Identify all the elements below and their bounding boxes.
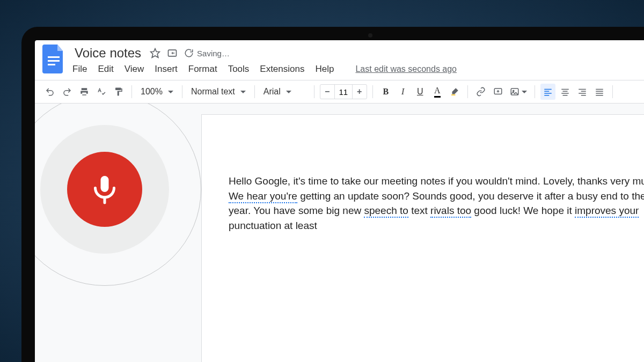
svg-rect-17	[561, 93, 569, 94]
svg-rect-18	[562, 95, 567, 96]
document-title[interactable]: Voice notes	[72, 45, 143, 62]
menu-insert[interactable]: Insert	[155, 64, 178, 75]
style-select[interactable]: Normal text	[188, 87, 249, 97]
redo-button[interactable]	[60, 84, 75, 100]
svg-rect-16	[562, 91, 567, 92]
font-size-decrease[interactable]: −	[320, 87, 334, 97]
editor-canvas: Hello Google, it's time to take our meet…	[35, 104, 644, 362]
font-size-stepper: − +	[320, 84, 367, 99]
menu-help[interactable]: Help	[315, 64, 334, 75]
align-right-button[interactable]	[575, 84, 590, 100]
svg-rect-25	[596, 93, 603, 94]
svg-rect-23	[596, 89, 603, 90]
menu-format[interactable]: Format	[188, 64, 217, 75]
svg-marker-3	[151, 49, 160, 58]
align-center-button[interactable]	[558, 84, 573, 100]
align-left-button[interactable]	[540, 84, 555, 100]
move-icon[interactable]	[167, 48, 178, 58]
menu-bar: File Edit View Insert Format Tools Exten…	[72, 64, 644, 75]
undo-button[interactable]	[42, 84, 57, 100]
document-body[interactable]: Hello Google, it's time to take our meet…	[229, 174, 644, 233]
last-edit-link[interactable]: Last edit was seconds ago	[355, 64, 457, 74]
font-size-increase[interactable]: +	[353, 87, 367, 97]
star-icon[interactable]	[150, 48, 160, 58]
menu-tools[interactable]: Tools	[228, 64, 250, 75]
menu-edit[interactable]: Edit	[98, 64, 113, 75]
save-status: Saving…	[184, 48, 230, 58]
toolbar: 100% Normal text Arial − + B I U A	[35, 80, 644, 104]
font-size-input[interactable]	[334, 85, 353, 99]
svg-rect-12	[544, 91, 549, 92]
print-button[interactable]	[77, 84, 92, 100]
svg-rect-14	[544, 95, 549, 96]
font-select[interactable]: Arial	[260, 87, 309, 97]
svg-rect-22	[581, 95, 586, 96]
svg-rect-0	[48, 56, 60, 58]
svg-rect-2	[48, 64, 55, 65]
menu-file[interactable]: File	[72, 64, 87, 75]
svg-rect-26	[596, 95, 603, 96]
paint-format-button[interactable]	[111, 84, 126, 100]
underline-button[interactable]: U	[413, 84, 428, 100]
bold-button[interactable]: B	[378, 84, 393, 100]
svg-rect-13	[544, 93, 552, 94]
zoom-select[interactable]: 100%	[137, 87, 177, 97]
menu-view[interactable]: View	[125, 64, 144, 75]
svg-rect-1	[48, 60, 60, 62]
svg-rect-24	[596, 91, 603, 92]
microphone-button[interactable]	[67, 152, 142, 227]
text-color-button[interactable]: A	[430, 84, 445, 100]
svg-rect-21	[579, 93, 586, 94]
image-button[interactable]	[508, 84, 529, 100]
svg-rect-5	[451, 94, 456, 95]
svg-rect-19	[579, 89, 586, 90]
highlight-button[interactable]	[447, 84, 462, 100]
svg-rect-11	[544, 89, 552, 90]
document-page[interactable]: Hello Google, it's time to take our meet…	[201, 114, 644, 362]
microphone-icon	[89, 173, 121, 205]
svg-point-10	[513, 90, 514, 91]
svg-rect-15	[561, 89, 569, 90]
italic-button[interactable]: I	[396, 84, 411, 100]
app-window: Voice notes Saving… File Edit View	[35, 40, 644, 362]
docs-logo-icon[interactable]	[42, 45, 72, 76]
voice-typing-widget[interactable]	[35, 104, 201, 286]
align-justify-button[interactable]	[592, 84, 607, 100]
svg-rect-20	[581, 91, 586, 92]
menu-extensions[interactable]: Extensions	[260, 64, 304, 75]
comment-button[interactable]	[491, 84, 506, 100]
spellcheck-button[interactable]	[94, 84, 109, 100]
header: Voice notes Saving… File Edit View	[35, 40, 644, 76]
link-button[interactable]	[473, 84, 488, 100]
sync-icon	[184, 48, 194, 58]
